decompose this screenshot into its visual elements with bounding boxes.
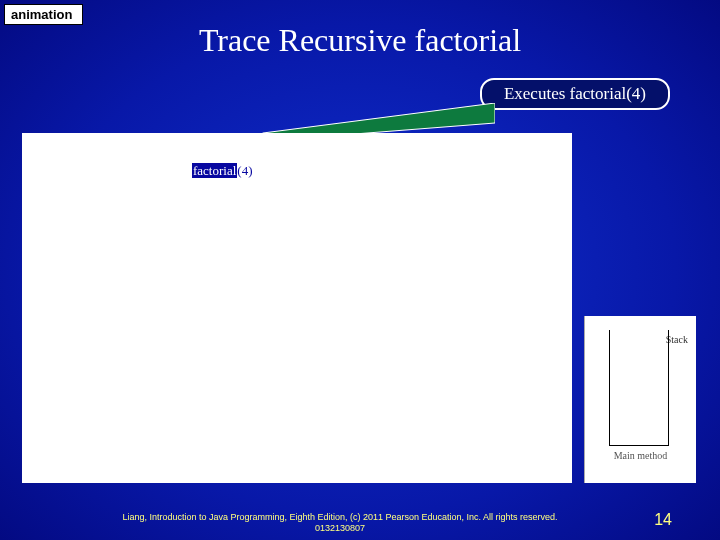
- factorial-call-node: factorial(4): [192, 163, 252, 179]
- callout-box: Executes factorial(4): [480, 78, 670, 110]
- stack-main-method-label: Main method: [585, 450, 696, 461]
- stack-visual: [609, 330, 669, 446]
- slide-title: Trace Recursive factorial: [0, 22, 720, 59]
- trace-diagram-panel: factorial(4): [22, 133, 572, 483]
- function-arg-label: (4): [237, 163, 252, 178]
- function-name-label: factorial: [192, 163, 237, 178]
- page-number: 14: [654, 511, 672, 529]
- footer-citation: Liang, Introduction to Java Programming,…: [110, 512, 570, 535]
- stack-panel: Stack Main method: [584, 316, 696, 483]
- stack-heading: Stack: [666, 334, 688, 345]
